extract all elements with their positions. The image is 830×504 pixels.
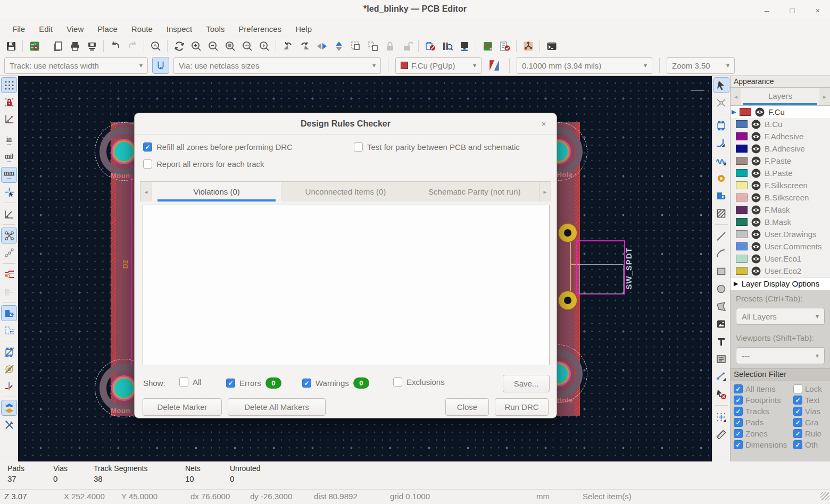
visibility-eye-icon[interactable] bbox=[751, 205, 761, 215]
rule-area-icon[interactable] bbox=[714, 206, 729, 221]
router-settings-icon[interactable] bbox=[520, 39, 536, 54]
layer-pair-icon[interactable] bbox=[486, 57, 502, 73]
visibility-eye-icon[interactable] bbox=[751, 254, 761, 264]
close-icon[interactable]: × bbox=[537, 117, 550, 130]
checkbox-unchecked[interactable] bbox=[143, 159, 152, 169]
zone-filled-icon[interactable] bbox=[2, 306, 16, 321]
board-setup-icon[interactable] bbox=[27, 39, 42, 54]
sketch-tracks-icon[interactable] bbox=[2, 379, 16, 393]
layer-color-swatch[interactable] bbox=[736, 132, 748, 140]
filter-text[interactable]: ✓Text bbox=[793, 396, 830, 405]
layer-row-fpaste[interactable]: F.Paste bbox=[731, 155, 830, 167]
save-button[interactable]: Save... bbox=[503, 375, 550, 392]
layer-row-bmask[interactable]: B.Mask bbox=[731, 216, 830, 228]
minimize-icon[interactable]: – bbox=[760, 3, 774, 17]
select-tool-icon[interactable] bbox=[714, 78, 729, 93]
visibility-eye-icon[interactable] bbox=[751, 266, 761, 276]
filter-locked-items[interactable]: Lock bbox=[793, 384, 830, 393]
filter-zones[interactable]: ✓Zones bbox=[734, 429, 793, 438]
visibility-eye-icon[interactable] bbox=[755, 107, 765, 117]
grid-select[interactable]: 0.1000 mm (3.94 mils) ▾ bbox=[517, 57, 652, 74]
filter-warnings[interactable]: ✓ Warnings 0 bbox=[302, 377, 369, 389]
filter-other-items[interactable]: ✓Oth bbox=[793, 440, 830, 449]
checkbox-checked[interactable]: ✓ bbox=[302, 379, 311, 388]
page-settings-icon[interactable] bbox=[50, 39, 65, 54]
visibility-eye-icon[interactable] bbox=[751, 144, 761, 154]
layer-color-swatch[interactable] bbox=[736, 181, 748, 189]
layer-row-userdrawings[interactable]: User.Drawings bbox=[731, 228, 830, 240]
place-text-icon[interactable] bbox=[714, 334, 729, 349]
plot-icon[interactable] bbox=[84, 39, 99, 54]
checkbox-unchecked[interactable] bbox=[393, 377, 402, 387]
print-icon[interactable] bbox=[67, 39, 82, 54]
footprint-editor-icon[interactable] bbox=[480, 39, 495, 54]
maximize-icon[interactable]: □ bbox=[785, 3, 799, 17]
menu-edit[interactable]: Edit bbox=[32, 22, 60, 36]
menu-help[interactable]: Help bbox=[288, 22, 319, 36]
grid-origin-icon[interactable] bbox=[714, 409, 729, 424]
checkbox-unchecked[interactable] bbox=[793, 384, 802, 393]
checkbox-checked[interactable]: ✓ bbox=[793, 396, 802, 405]
filter-exclusions[interactable]: Exclusions bbox=[393, 377, 445, 387]
checkbox-checked[interactable]: ✓ bbox=[734, 384, 743, 393]
zoom-objects-icon[interactable] bbox=[239, 39, 255, 54]
limit-45-icon[interactable] bbox=[2, 206, 16, 221]
units-mils-icon[interactable]: mil↔ bbox=[2, 150, 16, 165]
layer-row-usereco1[interactable]: User.Eco1 bbox=[731, 253, 830, 265]
filter-graphics[interactable]: ✓Gra bbox=[793, 418, 830, 427]
zone-outline-icon[interactable] bbox=[2, 323, 16, 338]
layer-color-swatch[interactable] bbox=[736, 120, 748, 128]
zoom-out-icon[interactable] bbox=[205, 39, 221, 54]
refresh-icon[interactable] bbox=[171, 39, 187, 54]
draw-circle-icon[interactable] bbox=[714, 281, 729, 296]
layer-color-swatch[interactable] bbox=[736, 255, 748, 263]
visibility-eye-icon[interactable] bbox=[751, 169, 761, 178]
checkbox-checked[interactable]: ✓ bbox=[143, 142, 152, 152]
local-ratsnest-icon[interactable] bbox=[714, 95, 729, 110]
panel-arrow-right-icon[interactable]: ▸ bbox=[819, 93, 830, 100]
checkbox-checked[interactable]: ✓ bbox=[793, 418, 802, 427]
panel-arrow-left-icon[interactable]: ◂ bbox=[731, 93, 741, 100]
filter-rule-areas[interactable]: ✓Rule bbox=[793, 429, 830, 438]
menu-file[interactable]: File bbox=[5, 22, 32, 36]
visibility-eye-icon[interactable] bbox=[751, 242, 761, 251]
draw-polygon-icon[interactable] bbox=[714, 299, 729, 314]
group-icon[interactable] bbox=[348, 39, 363, 54]
rotate-cw-icon[interactable] bbox=[297, 39, 312, 54]
visibility-eye-icon[interactable] bbox=[751, 120, 761, 129]
menu-place[interactable]: Place bbox=[90, 22, 124, 36]
update-pcb-from-schematic-icon[interactable] bbox=[422, 39, 438, 54]
draw-zone-icon[interactable] bbox=[714, 188, 729, 203]
layer-row-fadhesive[interactable]: F.Adhesive bbox=[731, 130, 830, 142]
viewports-select[interactable]: --- ▾ bbox=[736, 347, 825, 364]
3d-viewer-icon[interactable] bbox=[456, 39, 472, 54]
track-clearance-icon[interactable] bbox=[2, 267, 16, 282]
layer-display-options-expander[interactable]: ▶ Layer Display Options bbox=[731, 277, 830, 290]
units-inches-icon[interactable]: in↔ bbox=[2, 133, 16, 148]
checkbox-checked[interactable]: ✓ bbox=[226, 379, 235, 388]
cursor-style-icon[interactable] bbox=[2, 184, 16, 199]
filter-footprints[interactable]: ✓Footprints bbox=[734, 396, 793, 405]
menu-inspect[interactable]: Inspect bbox=[160, 22, 199, 36]
tab-unconnected[interactable]: Unconnected Items (0) bbox=[281, 182, 410, 201]
ungroup-icon[interactable] bbox=[365, 39, 380, 54]
visibility-eye-icon[interactable] bbox=[751, 132, 761, 141]
pad-clearance-icon[interactable] bbox=[2, 284, 16, 299]
filter-all-items[interactable]: ✓All items bbox=[734, 384, 793, 393]
tab-schematic-parity[interactable]: Schematic Parity (not run) bbox=[410, 182, 539, 201]
layer-color-swatch[interactable] bbox=[736, 194, 748, 201]
lock-icon[interactable] bbox=[382, 39, 397, 54]
search-icon[interactable]: A bbox=[148, 39, 163, 54]
checkbox-unchecked[interactable] bbox=[179, 377, 188, 387]
redo-icon[interactable] bbox=[124, 39, 140, 54]
checkbox-checked[interactable]: ✓ bbox=[793, 440, 802, 449]
refill-zones-option[interactable]: ✓ Refill all zones before performing DRC bbox=[143, 142, 293, 152]
delete-tool-icon[interactable] bbox=[714, 387, 729, 401]
place-textbox-icon[interactable] bbox=[714, 351, 729, 366]
layer-row-fcu[interactable]: ▶ F.Cu bbox=[731, 106, 830, 118]
dimension-icon[interactable] bbox=[714, 369, 729, 384]
checkbox-checked[interactable]: ✓ bbox=[734, 418, 743, 427]
menu-tools[interactable]: Tools bbox=[199, 22, 231, 36]
close-window-icon[interactable]: × bbox=[811, 3, 825, 17]
filter-vias[interactable]: ✓Vias bbox=[793, 407, 830, 416]
